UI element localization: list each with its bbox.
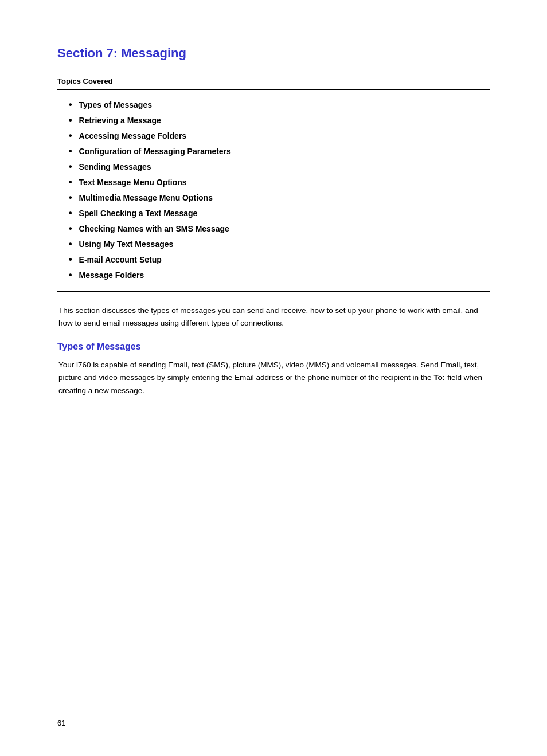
page: Section 7: Messaging Topics Covered Type… (0, 0, 547, 756)
list-item: Spell Checking a Text Message (69, 209, 490, 218)
list-item: Retrieving a Message (69, 116, 490, 126)
top-divider (57, 89, 490, 90)
list-item: Accessing Message Folders (69, 131, 490, 141)
list-item: Text Message Menu Options (69, 178, 490, 187)
body-text-bold: To: (433, 373, 445, 382)
list-item: Message Folders (69, 271, 490, 280)
list-item: Checking Names with an SMS Message (69, 224, 490, 234)
list-item: Sending Messages (69, 162, 490, 172)
list-item: E-mail Account Setup (69, 255, 490, 265)
topics-covered-label: Topics Covered (57, 77, 490, 85)
list-item: Configuration of Messaging Parameters (69, 147, 490, 156)
page-number: 61 (57, 719, 65, 727)
intro-paragraph: This section discusses the types of mess… (57, 304, 490, 329)
body-paragraph: Your i760 is capable of sending Email, t… (57, 359, 490, 397)
list-item: Types of Messages (69, 100, 490, 110)
list-item: Multimedia Message Menu Options (69, 193, 490, 203)
section-title: Section 7: Messaging (57, 46, 490, 61)
subsection-title: Types of Messages (57, 342, 490, 352)
list-item: Using My Text Messages (69, 240, 490, 249)
topics-list: Types of MessagesRetrieving a MessageAcc… (69, 100, 490, 280)
bottom-divider (57, 291, 490, 292)
body-text-part1: Your i760 is capable of sending Email, t… (58, 361, 479, 382)
